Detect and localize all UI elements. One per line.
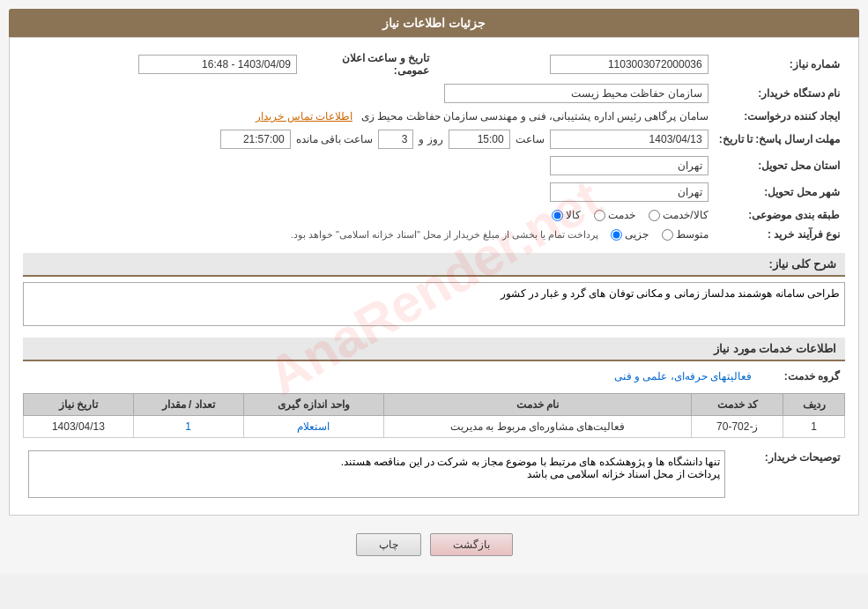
description-section-title: شرح کلی نیاز: [23, 253, 845, 277]
purchase-type-jozi-label: جزیی [625, 228, 649, 241]
city-label: شهر محل تحویل: [714, 179, 845, 205]
description-textarea [23, 282, 845, 326]
creator-label: ایجاد کننده درخواست: [714, 107, 845, 126]
col-count: تعداد / مقدار [133, 394, 243, 416]
announce-date-label: تاریخ و ساعت اعلان عمومی: [302, 48, 434, 80]
send-days-label: روز و [419, 133, 442, 145]
city-value: تهران [550, 182, 708, 202]
need-number-label: شماره نیاز: [714, 48, 845, 80]
send-time: 15:00 [449, 130, 510, 149]
buyer-org-label: نام دستگاه خریدار: [714, 80, 845, 107]
purchase-type-jozi[interactable]: جزیی [611, 228, 649, 241]
purchase-type-motavaset[interactable]: متوسط [662, 228, 708, 241]
print-button[interactable]: چاپ [356, 533, 421, 556]
back-button[interactable]: بازگشت [430, 533, 513, 556]
province-value: تهران [550, 156, 708, 175]
table-row: 1ز-702-70فعالیت‌های مشاوره‌ای مربوط به م… [24, 416, 845, 438]
page-title: جزئیات اطلاعات نیاز [9, 9, 859, 37]
service-group-value[interactable]: فعالیتهای حرفه‌ای، علمی و فنی [614, 370, 752, 382]
buyer-notes-label: توصیحات خریدار: [731, 447, 845, 504]
purchase-type-note: پرداخت تمام یا بخشی از مبلغ خریدار از مح… [291, 229, 599, 240]
category-khidmat[interactable]: خدمت [594, 209, 635, 221]
announce-date-value: 1403/04/09 - 16:48 [138, 55, 297, 74]
send-days: 3 [378, 130, 413, 149]
send-remaining-label: ساعت باقی مانده [296, 133, 374, 145]
category-kala-khidmat-label: کالا/خدمت [663, 209, 708, 221]
send-date-label: مهلت ارسال پاسخ: تا تاریخ: [714, 126, 845, 152]
services-section-title: اطلاعات خدمات مورد نیاز [23, 338, 845, 361]
send-date: 1403/04/13 [550, 130, 708, 149]
send-remaining: 21:57:00 [220, 130, 291, 149]
col-unit: واحد اندازه گیری [243, 394, 384, 416]
buyer-notes-textarea [28, 450, 725, 498]
service-group-label: گروه خدمت: [757, 367, 845, 386]
services-table: ردیف کد خدمت نام خدمت واحد اندازه گیری ت… [23, 393, 845, 438]
category-kala-khidmat[interactable]: کالا/خدمت [649, 209, 708, 221]
province-label: استان محل تحویل: [714, 152, 845, 179]
buyer-org-value: سازمان حفاظت محیط زیست [444, 84, 708, 103]
col-date: تاریخ نیاز [24, 394, 134, 416]
col-code: کد خدمت [692, 394, 783, 416]
category-label: طبقه بندی موضوعی: [714, 205, 845, 225]
send-time-label: ساعت [516, 133, 545, 145]
category-kala[interactable]: کالا [552, 209, 581, 221]
creator-value: سامان پرگاهی رئیس اداره پشتیبانی، فنی و … [361, 110, 708, 123]
purchase-type-label: نوع فرآیند خرید : [714, 225, 845, 244]
creator-contact-link[interactable]: اطلاعات تماس خریدار [256, 110, 352, 123]
col-row: ردیف [783, 394, 845, 416]
category-khidmat-label: خدمت [608, 209, 635, 221]
category-kala-label: کالا [566, 209, 581, 221]
col-name: نام خدمت [384, 394, 692, 416]
need-number-value: 1103003072000036 [550, 55, 708, 74]
purchase-type-motavaset-label: متوسط [676, 228, 708, 241]
